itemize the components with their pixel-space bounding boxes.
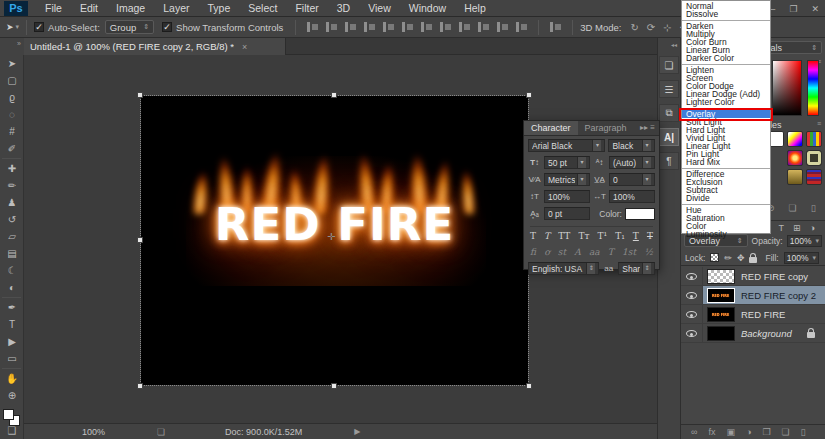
color-picker-field[interactable] bbox=[772, 60, 802, 116]
stylistic-alternates-button[interactable]: aa bbox=[589, 247, 600, 257]
blend-option-dissolve[interactable]: Dissolve bbox=[682, 10, 770, 18]
tool-preset-caret-icon[interactable]: ▾ bbox=[16, 23, 20, 31]
all-caps-button[interactable]: TT bbox=[558, 231, 570, 241]
menu-file[interactable]: File bbox=[36, 2, 71, 14]
layer-mask-icon[interactable]: ▣ bbox=[726, 427, 735, 437]
eraser-tool[interactable]: ▱ bbox=[0, 228, 24, 245]
3d-roll-icon[interactable]: ⟳ bbox=[647, 22, 655, 33]
lock-position-icon[interactable]: ✥ bbox=[737, 253, 745, 263]
delete-layer-icon[interactable]: ▯ bbox=[801, 427, 806, 437]
align-top-edges-icon[interactable] bbox=[363, 21, 376, 33]
contextual-alternates-button[interactable]: ơ bbox=[544, 247, 549, 257]
3d-pan-icon[interactable]: ⊹ bbox=[663, 22, 671, 33]
strikethrough-button[interactable]: T bbox=[647, 231, 653, 241]
pen-tool[interactable]: ✒ bbox=[0, 299, 24, 316]
type-filter-icon[interactable]: T bbox=[779, 223, 785, 233]
layer-effects-icon[interactable]: fx bbox=[708, 427, 715, 437]
ordinals-button[interactable]: 1st bbox=[622, 247, 636, 257]
styles-panel-menu-icon[interactable]: ≡ bbox=[817, 120, 821, 127]
baseline-shift-field[interactable]: 0 pt bbox=[544, 207, 590, 220]
new-layer-icon[interactable]: ❏ bbox=[781, 427, 789, 437]
distribute-horizontal-centers-icon[interactable] bbox=[496, 21, 509, 33]
distribute-left-edges-icon[interactable] bbox=[477, 21, 490, 33]
menu-window[interactable]: Window bbox=[400, 2, 455, 14]
tab-paragraph[interactable]: Paragraph bbox=[578, 121, 634, 135]
document-tab[interactable]: Untitled-1 @ 100% (RED FIRE copy 2, RGB/… bbox=[24, 38, 286, 55]
layer-visibility-toggle[interactable] bbox=[681, 324, 703, 343]
layer-row[interactable]: Background bbox=[681, 324, 825, 343]
status-options-arrow-icon[interactable]: ▶ bbox=[354, 427, 360, 436]
distribute-bottom-edges-icon[interactable] bbox=[458, 21, 471, 33]
styles-panel-icon[interactable]: ⧉ bbox=[659, 104, 679, 122]
vertical-scale-field[interactable]: 100% bbox=[544, 190, 590, 203]
marquee-tool[interactable]: ▢ bbox=[0, 72, 24, 89]
gradient-tool[interactable]: ▤ bbox=[0, 245, 24, 262]
canvas[interactable]: RED FIRE ✛ bbox=[141, 96, 528, 385]
transform-handle-top-right[interactable] bbox=[526, 92, 532, 98]
layer-row[interactable]: RED FIRE copy bbox=[681, 267, 825, 286]
faux-italic-button[interactable]: T bbox=[544, 231, 550, 241]
language-select[interactable]: English: USA ⇕ bbox=[528, 262, 599, 275]
small-caps-button[interactable]: Tᴛ bbox=[578, 231, 589, 241]
path-selection-tool[interactable]: ▶ bbox=[0, 333, 24, 350]
superscript-button[interactable]: T¹ bbox=[597, 231, 607, 241]
blend-option-hard-mix[interactable]: Hard Mix bbox=[682, 158, 770, 166]
menu-image[interactable]: Image bbox=[107, 2, 154, 14]
healing-brush-tool[interactable]: ✚ bbox=[0, 160, 24, 177]
layer-visibility-toggle[interactable] bbox=[681, 286, 703, 305]
transform-handle-bottom-left[interactable] bbox=[137, 383, 143, 389]
paragraph-panel-icon[interactable]: ¶ bbox=[659, 152, 679, 170]
tab-character[interactable]: Character bbox=[524, 121, 578, 135]
distribute-vertical-centers-icon[interactable] bbox=[439, 21, 452, 33]
swatches-panel-icon[interactable]: ❏ bbox=[659, 56, 679, 74]
tracking-select[interactable]: 0 ▾ bbox=[609, 173, 655, 186]
adjustments-panel-icon[interactable]: ☰ bbox=[659, 80, 679, 98]
font-family-select[interactable]: Arial Black ▾ bbox=[528, 139, 605, 152]
ligatures-button[interactable]: fi bbox=[530, 247, 536, 257]
transform-handle-top-center[interactable] bbox=[331, 92, 337, 98]
lock-transparent-pixels-icon[interactable] bbox=[710, 253, 719, 262]
menu-3d[interactable]: 3D bbox=[328, 2, 359, 14]
close-button[interactable]: ✕ bbox=[811, 4, 819, 14]
screen-mode-icon[interactable]: ❑ bbox=[0, 425, 24, 436]
layer-thumbnail[interactable]: RED FIRE bbox=[707, 288, 735, 303]
menu-select[interactable]: Select bbox=[239, 2, 286, 14]
distribute-right-edges-icon[interactable] bbox=[515, 21, 528, 33]
fractions-button[interactable]: ½ bbox=[644, 247, 653, 257]
font-style-select[interactable]: Black ▾ bbox=[608, 139, 655, 152]
minimize-button[interactable]: – bbox=[770, 4, 775, 14]
transform-handle-middle-left[interactable] bbox=[137, 237, 143, 243]
layer-thumbnail[interactable] bbox=[707, 269, 735, 284]
auto-select-checkbox[interactable]: ✓ bbox=[34, 22, 44, 32]
layer-thumbnail[interactable] bbox=[707, 326, 735, 341]
align-vertical-centers-icon[interactable] bbox=[382, 21, 395, 33]
style-swatch-orb[interactable] bbox=[787, 150, 803, 166]
zoom-tool[interactable]: ⊕ bbox=[0, 387, 24, 404]
style-swatch-gold[interactable] bbox=[787, 169, 803, 185]
character-panel-icon[interactable]: A| bbox=[659, 128, 679, 146]
align-right-edges-icon[interactable] bbox=[344, 21, 357, 33]
brush-tool[interactable]: ✏ bbox=[0, 177, 24, 194]
layer-visibility-toggle[interactable] bbox=[681, 267, 703, 286]
export-icon[interactable]: ❏ bbox=[157, 427, 165, 437]
distribute-top-edges-icon[interactable] bbox=[420, 21, 433, 33]
align-bottom-edges-icon[interactable] bbox=[401, 21, 414, 33]
blend-option-luminosity[interactable]: Luminosity bbox=[682, 230, 770, 238]
menu-type[interactable]: Type bbox=[198, 2, 239, 14]
opacity-field[interactable]: 100% ▾ bbox=[787, 235, 822, 247]
panel-menu-icon[interactable]: ▸▸ ≡ bbox=[636, 121, 659, 135]
clone-stamp-tool[interactable]: ♟ bbox=[0, 194, 24, 211]
new-style-icon[interactable]: ❏ bbox=[789, 203, 797, 213]
layer-thumbnail[interactable]: RED FIRE bbox=[707, 307, 735, 322]
quick-selection-tool[interactable]: ◌ bbox=[0, 106, 24, 123]
type-tool[interactable]: T bbox=[0, 316, 24, 333]
style-swatch-rainbow[interactable] bbox=[787, 131, 803, 147]
zoom-level-field[interactable]: 100% bbox=[82, 427, 105, 437]
foreground-color-swatch[interactable] bbox=[3, 409, 14, 420]
smart-object-filter-icon[interactable]: ◑ bbox=[810, 223, 815, 233]
style-swatch-red-stripes[interactable] bbox=[806, 169, 822, 185]
toolbar-collapse-icon[interactable]: » bbox=[0, 38, 24, 55]
restore-button[interactable]: ❐ bbox=[789, 4, 797, 14]
distribute-spacing-icon[interactable] bbox=[549, 21, 562, 33]
hue-slider[interactable] bbox=[807, 60, 819, 116]
